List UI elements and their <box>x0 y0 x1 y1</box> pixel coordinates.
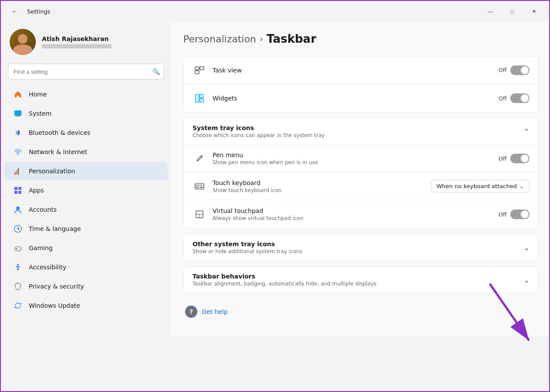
svg-rect-3 <box>14 172 16 175</box>
page-header: Personalization › Taskbar <box>183 32 539 45</box>
main-wrapper: Personalization › Taskbar <box>171 22 550 392</box>
virtual-touchpad-toggle[interactable] <box>510 210 529 219</box>
nav-network[interactable]: Network & internet <box>4 143 168 161</box>
other-tray-header[interactable]: Other system tray icons Show or hide add… <box>184 234 538 261</box>
system-tray-card: System tray icons Choose which icons can… <box>183 118 539 229</box>
svg-rect-9 <box>18 191 21 194</box>
other-tray-header-text: Other system tray icons Show or hide add… <box>192 241 524 254</box>
titlebar-controls: — □ ✕ <box>480 4 544 18</box>
search-input[interactable] <box>8 64 164 79</box>
nav-home-label: Home <box>29 91 47 98</box>
widgets-title: Widgets <box>213 95 498 102</box>
get-help-row[interactable]: ? Get help <box>183 299 539 325</box>
close-button[interactable]: ✕ <box>524 4 544 18</box>
svg-rect-0 <box>14 110 21 116</box>
svg-rect-26 <box>200 185 202 186</box>
nav-apps-label: Apps <box>29 187 44 194</box>
svg-point-14 <box>20 249 21 250</box>
nav-gaming[interactable]: Gaming <box>4 239 168 257</box>
taskbar-behaviors-chevron: ⌄ <box>524 276 529 284</box>
system-tray-header-text: System tray icons Choose which icons can… <box>192 124 524 138</box>
svg-rect-24 <box>196 185 197 186</box>
nav-accessibility[interactable]: Accessibility <box>4 258 168 276</box>
touch-keyboard-row: Touch keyboard Show touch keyboard icon … <box>184 172 538 200</box>
home-icon <box>13 89 23 99</box>
nav-personalization[interactable]: Personalization <box>4 162 168 180</box>
nav-privacy-label: Privacy & security <box>29 283 84 290</box>
taskbar-behaviors-title: Taskbar behaviors <box>192 273 524 280</box>
sidebar: Atish Rajasekharan 🔍 Home <box>1 22 171 392</box>
search-icon: 🔍 <box>152 68 160 75</box>
taskbar-items-card: Task view Off <box>183 56 539 113</box>
back-button[interactable]: ← <box>8 4 22 18</box>
widgets-icon <box>192 91 206 105</box>
personalization-icon <box>13 166 23 176</box>
nav-bluetooth[interactable]: Bluetooth & devices <box>4 124 168 142</box>
virtual-touchpad-text: Virtual touchpad Always show virtual tou… <box>213 207 498 221</box>
titlebar-left: ← Settings <box>8 4 50 18</box>
system-icon <box>13 109 23 118</box>
virtual-touchpad-control: Off <box>498 210 529 219</box>
maximize-button[interactable]: □ <box>502 4 522 18</box>
nav-update[interactable]: Windows Update <box>4 296 168 315</box>
svg-rect-18 <box>195 71 199 74</box>
pen-menu-subtitle: Show pen menu icon when pen is in use <box>213 159 498 165</box>
nav-accessibility-label: Accessibility <box>29 264 66 271</box>
svg-rect-19 <box>196 94 199 102</box>
widgets-state: Off <box>498 95 507 102</box>
nav-privacy[interactable]: Privacy & security <box>4 277 168 296</box>
update-icon <box>13 301 23 310</box>
window-title: Settings <box>27 8 50 15</box>
nav-network-label: Network & internet <box>29 148 87 155</box>
breadcrumb-parent: Personalization <box>183 34 256 45</box>
accessibility-icon <box>13 262 23 272</box>
nav-time[interactable]: Time & language <box>4 220 168 238</box>
svg-rect-7 <box>18 187 21 190</box>
virtual-touchpad-title: Virtual touchpad <box>213 207 498 214</box>
svg-rect-6 <box>14 187 17 190</box>
svg-rect-1 <box>16 116 20 117</box>
apps-icon <box>13 186 23 195</box>
svg-rect-27 <box>196 187 199 188</box>
taskbar-behaviors-card: Taskbar behaviors Taskbar alignment, bad… <box>183 266 539 293</box>
touch-keyboard-control: When no keyboard attached ⌄ <box>431 180 529 193</box>
get-help-icon: ? <box>185 306 197 318</box>
svg-point-15 <box>17 264 19 265</box>
touch-keyboard-icon <box>192 179 206 193</box>
widgets-toggle[interactable] <box>510 93 529 103</box>
nav-system[interactable]: System <box>4 104 168 123</box>
nav-apps[interactable]: Apps <box>4 181 168 199</box>
touch-keyboard-dropdown-value: When no keyboard attached <box>437 183 517 189</box>
user-name: Atish Rajasekharan <box>42 35 162 42</box>
widgets-control: Off <box>498 93 529 103</box>
system-tray-chevron: ⌃ <box>524 127 529 136</box>
virtual-touchpad-subtitle: Always show virtual touchpad icon <box>213 215 498 221</box>
minimize-button[interactable]: — <box>480 4 500 18</box>
dropdown-arrow-icon: ⌄ <box>519 183 524 189</box>
nav-accounts[interactable]: Accounts <box>4 200 168 219</box>
other-tray-title: Other system tray icons <box>192 241 524 248</box>
svg-rect-8 <box>14 191 17 194</box>
svg-rect-28 <box>200 187 203 188</box>
pen-menu-row: Pen menu Show pen menu icon when pen is … <box>184 144 538 172</box>
touch-keyboard-dropdown[interactable]: When no keyboard attached ⌄ <box>431 180 529 193</box>
task-view-text: Task view <box>213 67 498 74</box>
svg-rect-5 <box>18 170 19 175</box>
touch-keyboard-text: Touch keyboard Show touch keyboard icon <box>213 179 431 193</box>
bluetooth-icon <box>13 128 23 138</box>
pen-menu-text: Pen menu Show pen menu icon when pen is … <box>213 151 498 165</box>
virtual-touchpad-row: Virtual touchpad Always show virtual tou… <box>184 200 538 228</box>
taskbar-behaviors-header[interactable]: Taskbar behaviors Taskbar alignment, bad… <box>184 267 538 293</box>
nav-time-label: Time & language <box>29 225 81 232</box>
other-tray-chevron: ⌄ <box>524 244 529 252</box>
system-tray-header[interactable]: System tray icons Choose which icons can… <box>184 118 538 144</box>
other-tray-subtitle: Show or hide additional system tray icon… <box>192 248 524 254</box>
task-view-toggle[interactable] <box>510 65 529 75</box>
avatar <box>10 29 36 55</box>
taskbar-behaviors-header-text: Taskbar behaviors Taskbar alignment, bad… <box>192 273 524 287</box>
other-tray-card: Other system tray icons Show or hide add… <box>183 234 539 261</box>
titlebar: ← Settings — □ ✕ <box>1 1 550 22</box>
pen-menu-toggle[interactable] <box>510 154 529 163</box>
nav-gaming-label: Gaming <box>29 244 53 251</box>
nav-home[interactable]: Home <box>4 85 168 103</box>
